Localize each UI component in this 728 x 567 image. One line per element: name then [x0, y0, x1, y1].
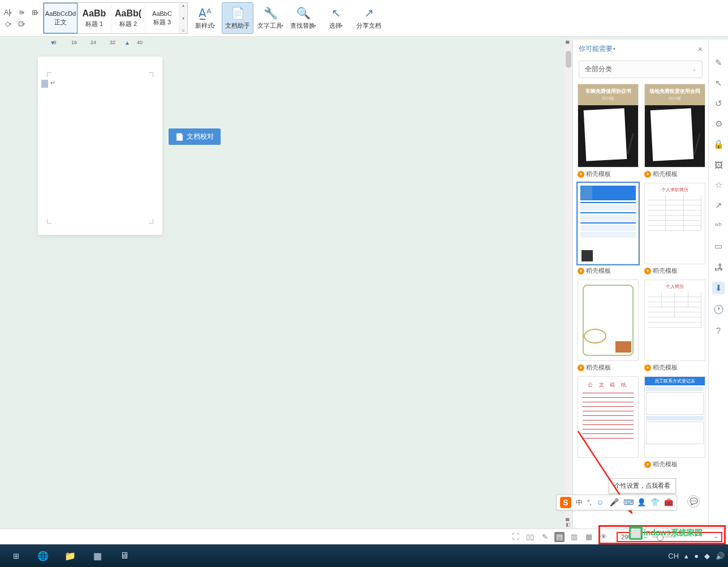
template-card[interactable]: 公 文 稿 纸 [578, 376, 639, 469]
template-card[interactable]: ♦稻壳模板 [578, 183, 639, 275]
template-card[interactable]: 车辆免费借用协议书 2019版 ♦稻壳模板 [578, 84, 639, 178]
recommendations-panel: 你可能需要▾ × 全部分类 ⌄ 车辆免费借用协议书 2019版 ♦稻壳模板 场地… [572, 40, 708, 533]
new-style-button[interactable]: A̲ᴬ 新样式▾ [189, 2, 221, 34]
doc-helper-button[interactable]: 📄 文档助手 [222, 2, 253, 34]
ime-keyboard-icon[interactable]: ⌨ [623, 498, 632, 507]
lock-icon[interactable]: 🔒 [713, 139, 723, 149]
star-icon[interactable]: ☆ [713, 180, 723, 190]
style-preview: AaBb( [115, 8, 141, 19]
template-label: 稻壳模板 [586, 267, 611, 275]
settings-icon[interactable]: ⚙ [713, 119, 723, 129]
proofread-button[interactable]: 文档校对 [169, 128, 221, 145]
status-bar: ⛶ ▯▯ ✎ ▤ ▥ ▦ 👁 29%▾ − − [0, 529, 728, 544]
scroll-thumb[interactable] [566, 51, 571, 68]
help-icon[interactable]: ? [713, 325, 723, 335]
ime-user-icon[interactable]: 👤 [637, 498, 646, 507]
share-doc-button[interactable]: ↗ 分享文档 [353, 2, 385, 34]
indent-marker-icon[interactable]: ▼ [50, 40, 55, 46]
template-card[interactable]: 个人简历 ♦稻壳模板 [644, 280, 705, 372]
tray-volume-icon[interactable]: 🔊 [716, 552, 725, 560]
eye-icon[interactable]: 👁 [598, 532, 609, 542]
template-thumbnail[interactable]: 个人求职简历 [644, 183, 705, 264]
pen-icon[interactable]: ✎ [713, 58, 723, 68]
template-thumbnail[interactable]: 车辆免费借用协议书 2019版 [578, 84, 639, 167]
scroll-up-icon[interactable]: ▀ [566, 41, 569, 46]
page-icon[interactable]: ▭ [713, 241, 723, 251]
style-heading1[interactable]: AaBb 标题 1 [77, 3, 111, 33]
sogou-logo-icon[interactable]: S [560, 497, 571, 508]
reading-view-icon[interactable]: ▯▯ [525, 532, 535, 542]
share-icon[interactable]: ↗ [713, 200, 723, 211]
template-grid: 车辆免费借用协议书 2019版 ♦稻壳模板 场地免费租赁使用合同 2019版 ♦… [573, 84, 708, 533]
text-tools-button[interactable]: 🔧 文字工具▾ [255, 2, 286, 34]
shading-btn[interactable]: ◇▾ [2, 19, 14, 29]
tray-arrow-icon[interactable]: ▴ [684, 552, 688, 560]
history-icon[interactable]: ↺ [713, 98, 723, 109]
web-view-icon[interactable]: ▦ [584, 532, 594, 542]
ime-skin-icon[interactable]: 👕 [651, 498, 660, 507]
cursor-icon[interactable]: ↖ [713, 78, 723, 88]
image-icon[interactable]: 🖼 [713, 160, 723, 170]
style-scroll[interactable]: ▴▾≡ [179, 3, 187, 33]
ime-emoji-icon[interactable]: ☺ [596, 498, 605, 507]
document-page[interactable]: ↵ [38, 57, 162, 235]
task-app-icon[interactable]: 🌐 [31, 547, 55, 565]
zoom-slider[interactable] [652, 536, 676, 538]
tray-ch[interactable]: CH [668, 552, 679, 560]
page-view-icon[interactable]: ▤ [554, 532, 565, 542]
outline-view-icon[interactable]: ▥ [569, 532, 579, 542]
split-icon[interactable]: ◧ [566, 522, 571, 527]
zoom-out-icon[interactable]: − [644, 534, 647, 540]
template-card[interactable]: 个人求职简历 ♦稻壳模板 [644, 183, 705, 275]
zoom-value: 29% [621, 534, 634, 540]
ime-toolbox-icon[interactable]: 🧰 [664, 498, 673, 507]
text-direction-btn[interactable]: Aǀ▾ [2, 7, 14, 18]
style-normal[interactable]: AaBbCcDd 正文 [44, 3, 77, 33]
template-thumbnail[interactable]: 场地免费租赁使用合同 2019版 [644, 84, 705, 167]
find-replace-button[interactable]: 🔍 查找替换▾ [287, 2, 319, 34]
template-label: 稻壳模板 [653, 460, 678, 469]
download-icon[interactable]: ⬇ [712, 282, 725, 294]
template-card[interactable]: ♦稻壳模板 [578, 280, 639, 372]
borders-btn[interactable]: ⊞▾ [29, 7, 41, 18]
style-heading3[interactable]: AaBbC 标题 3 [145, 3, 179, 33]
ime-bar[interactable]: S 中 °, ☺ 🎤 ⌨ 👤 👕 🧰 [556, 495, 677, 510]
cursor-icon: ↖ [329, 6, 343, 20]
ime-mic-icon[interactable]: 🎤 [610, 498, 619, 507]
thumb-title: 个人简历 [648, 284, 701, 290]
edit-mode-icon[interactable]: ✎ [540, 532, 550, 542]
indent-marker-icon[interactable]: ▲ [124, 40, 130, 46]
template-card[interactable]: 场地免费租赁使用合同 2019版 ♦稻壳模板 [644, 84, 705, 178]
zoom-control[interactable]: 29%▾ − − [617, 532, 722, 542]
ime-punct-icon[interactable]: °, [587, 499, 592, 506]
select-button[interactable]: ↖ 选择▾ [320, 2, 352, 34]
layout-btn[interactable]: ⊡▾ [16, 19, 27, 29]
tray-app-icon[interactable]: ● [694, 552, 699, 560]
style-heading2[interactable]: AaBb( 标题 2 [111, 3, 145, 33]
template-card[interactable]: 员工联系方式登记表 ♦稻壳模板 [644, 376, 705, 469]
template-thumbnail[interactable]: 个人简历 [644, 280, 705, 361]
find-replace-label: 查找替换▾ [290, 22, 316, 30]
task-app-icon[interactable]: 🖥 [112, 547, 137, 565]
task-app-icon[interactable]: ▦ [85, 547, 110, 565]
category-select[interactable]: 全部分类 ⌄ [579, 61, 703, 78]
clock-icon[interactable]: 🕐 [713, 304, 723, 315]
fullscreen-icon[interactable]: ⛶ [510, 532, 520, 542]
picture-icon[interactable]: 🏞 [713, 261, 723, 272]
start-button[interactable]: ⊞ [3, 547, 28, 565]
comment-button[interactable]: 💬 [687, 495, 700, 508]
line-spacing-btn[interactable]: ≡▾ [16, 7, 27, 18]
close-icon[interactable]: × [698, 45, 703, 54]
task-app-icon[interactable]: 📁 [58, 547, 83, 565]
template-thumbnail[interactable] [578, 183, 639, 264]
template-thumbnail[interactable] [578, 280, 639, 361]
translate-icon[interactable]: ᵃᵇ [713, 221, 723, 231]
template-thumbnail[interactable]: 员工联系方式登记表 [644, 376, 705, 458]
tray-app-icon[interactable]: ◆ [704, 552, 710, 560]
vertical-scrollbar[interactable]: ▀ ▄ ◧ [565, 40, 572, 529]
scroll-down-icon[interactable]: ▄ [566, 515, 569, 521]
zoom-in-icon[interactable]: − [714, 534, 718, 540]
panel-title-button[interactable]: 你可能需要▾ [579, 44, 615, 54]
template-thumbnail[interactable]: 公 文 稿 纸 [578, 376, 639, 458]
ime-lang[interactable]: 中 [576, 498, 583, 508]
